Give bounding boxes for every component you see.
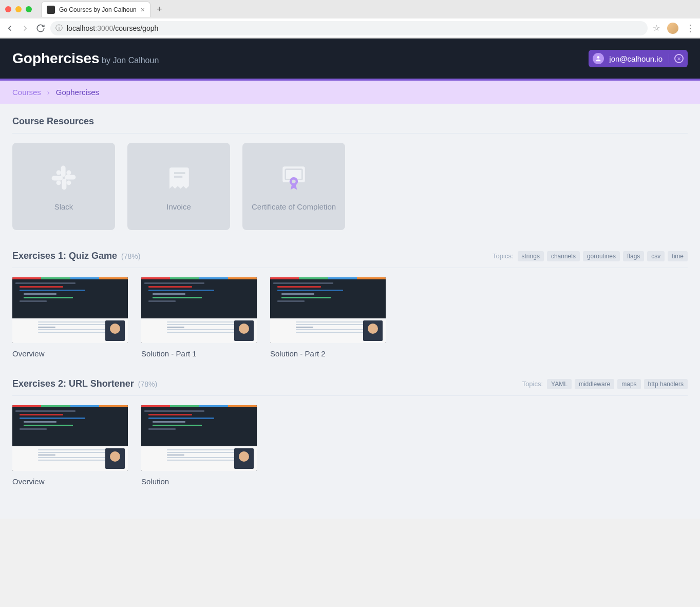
browser-actions: ☆ ⋮ [653,23,695,34]
maximize-window-button[interactable] [26,6,32,12]
resource-label: Invoice [166,202,191,211]
resource-label: Slack [54,202,73,211]
browser-chrome: Go Courses by Jon Calhoun × + ⓘ localhos… [0,0,700,39]
browser-tab[interactable]: Go Courses by Jon Calhoun × [41,2,150,17]
user-avatar-icon [593,53,604,64]
breadcrumb: Courses › Gophercises [0,81,700,104]
topic-tag[interactable]: channels [547,251,580,261]
resource-card-invoice[interactable]: Invoice [127,143,230,230]
video-thumbnail [141,277,257,343]
exercise-header: Exercises 1: Quiz Game (78%) Topics: str… [12,251,688,268]
app-title: Gophercises [12,50,100,66]
video-thumbnail [12,405,128,471]
title-block: Gophercises by Jon Calhoun [12,50,159,67]
resource-card-slack[interactable]: Slack [12,143,115,230]
nav-buttons [5,24,45,33]
favicon-icon [47,6,55,14]
svg-point-7 [56,180,61,185]
breadcrumb-courses-link[interactable]: Courses [12,88,41,97]
svg-rect-1 [61,165,66,177]
forward-button[interactable] [21,24,30,33]
invoice-icon [163,162,194,193]
certificate-icon [278,162,309,193]
resource-cards: Slack Invoice [12,143,688,230]
reload-button[interactable] [36,24,45,33]
video-thumbnail [12,277,128,343]
user-email: jon@calhoun.io [609,54,663,63]
app-header: Gophercises by Jon Calhoun jon@calhoun.i… [0,39,700,79]
site-info-icon[interactable]: ⓘ [55,24,63,33]
video-row: Overview Solution - Part 1 Solution - Pa… [12,277,688,358]
svg-point-5 [56,170,61,175]
svg-rect-9 [174,172,185,174]
topics-list: Topics: YAML middleware maps http handle… [522,379,688,389]
new-tab-button[interactable]: + [155,4,164,15]
svg-rect-3 [62,178,66,189]
svg-rect-10 [174,176,182,178]
logout-button[interactable]: ✕ [669,54,684,63]
svg-point-0 [597,56,600,59]
topic-tag[interactable]: csv [647,251,665,261]
video-card[interactable]: Overview [12,277,128,358]
main-content: Course Resources Slack [0,104,700,519]
topic-tag[interactable]: flags [623,251,644,261]
exercise-title: Exercises 2: URL Shortener [12,378,134,389]
topic-tag[interactable]: strings [518,251,544,261]
chevron-right-icon: › [47,88,50,97]
breadcrumb-current[interactable]: Gophercises [56,88,99,97]
video-title: Solution [141,477,257,486]
section-heading-resources: Course Resources [12,116,688,134]
video-thumbnail [141,405,257,471]
topic-tag[interactable]: middleware [575,379,614,389]
back-button[interactable] [5,24,14,33]
url-field[interactable]: ⓘ localhost:3000/courses/goph [50,21,648,35]
resource-label: Certificate of Completion [252,202,336,211]
slack-icon [48,162,79,193]
svg-rect-2 [52,176,63,180]
close-icon: ✕ [674,54,684,63]
video-card[interactable]: Solution - Part 1 [141,277,257,358]
url-text: localhost:3000/courses/goph [67,24,158,32]
video-row: Overview Solution [12,405,688,486]
topics-label: Topics: [522,380,543,388]
video-title: Overview [12,477,128,486]
video-card[interactable]: Solution - Part 2 [270,277,386,358]
topic-tag[interactable]: http handlers [644,379,688,389]
topic-tag[interactable]: YAML [547,379,572,389]
titlebar: Go Courses by Jon Calhoun × + [0,0,700,18]
svg-point-14 [292,179,295,183]
exercise-header: Exercises 2: URL Shortener (78%) Topics:… [12,378,688,396]
window-controls [5,6,32,12]
bookmark-star-icon[interactable]: ☆ [653,23,660,33]
exercise-title: Exercises 1: Quiz Game [12,251,117,261]
profile-avatar-button[interactable] [667,23,678,34]
app-subtitle: by Jon Calhoun [102,56,159,65]
close-tab-button[interactable]: × [141,6,145,14]
video-title: Overview [12,349,128,358]
svg-point-8 [66,180,71,185]
video-title: Solution - Part 2 [270,349,386,358]
video-title: Solution - Part 1 [141,349,257,358]
browser-menu-button[interactable]: ⋮ [686,23,695,34]
close-window-button[interactable] [5,6,11,12]
exercise-percent: (78%) [121,252,140,260]
topic-tag[interactable]: maps [617,379,640,389]
topics-label: Topics: [493,252,513,260]
video-thumbnail [270,277,386,343]
video-card[interactable]: Solution [141,405,257,486]
video-card[interactable]: Overview [12,405,128,486]
svg-point-6 [66,170,71,175]
topic-tag[interactable]: goroutines [583,251,620,261]
user-menu[interactable]: jon@calhoun.io ✕ [589,50,688,67]
tab-title: Go Courses by Jon Calhoun [59,6,137,13]
address-bar: ⓘ localhost:3000/courses/goph ☆ ⋮ [0,18,700,38]
topics-list: Topics: strings channels goroutines flag… [493,251,688,261]
topic-tag[interactable]: time [668,251,688,261]
minimize-window-button[interactable] [15,6,22,12]
resource-card-certificate[interactable]: Certificate of Completion [242,143,345,230]
exercise-percent: (78%) [138,380,157,388]
svg-rect-4 [65,175,76,179]
